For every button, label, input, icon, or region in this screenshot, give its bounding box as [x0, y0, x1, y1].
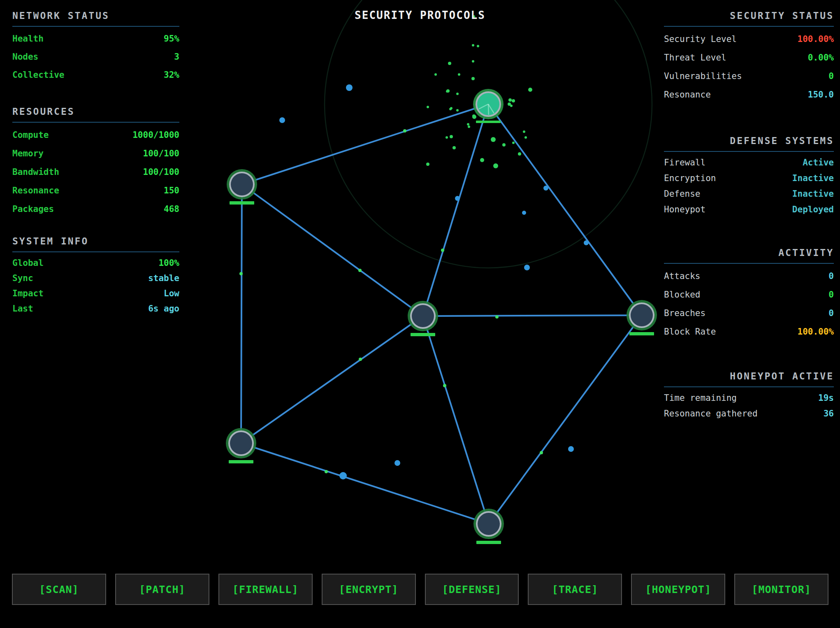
resonance-particle — [472, 44, 474, 47]
stat-row-encryption: EncryptionInactive — [664, 170, 834, 186]
stat-row-compute: Compute1000/1000 — [12, 126, 179, 144]
action-button-patch[interactable]: [PATCH] — [115, 574, 209, 605]
stat-label: Compute — [12, 130, 49, 140]
stat-row-attacks: Attacks0 — [664, 267, 834, 285]
network-edge — [241, 316, 423, 443]
node-left-health-bar — [230, 201, 254, 205]
stat-value: Inactive — [792, 173, 834, 183]
node-right[interactable] — [631, 304, 653, 326]
stat-row-resonance-gathered: Resonance gathered36 — [664, 406, 834, 421]
stat-row-last: Last6s ago — [12, 301, 179, 316]
resonance-particle — [528, 88, 532, 92]
node-bottom-left[interactable] — [230, 432, 252, 454]
stat-row-bandwidth: Bandwidth100/100 — [12, 163, 179, 181]
stat-row-defense: DefenseInactive — [664, 186, 834, 202]
action-button-honeypot[interactable]: [HONEYPOT] — [631, 574, 725, 605]
stat-label: Health — [12, 34, 44, 44]
node-bottom-health-bar — [476, 541, 501, 544]
action-button-monitor[interactable]: [MONITOR] — [734, 574, 828, 605]
stat-row-security-level: Security Level100.00% — [664, 30, 834, 48]
stat-value: 0 — [828, 271, 834, 281]
stat-value: 0 — [828, 71, 834, 81]
resonance-particle — [471, 77, 475, 80]
stat-label: Packages — [12, 204, 54, 214]
stat-row-collective: Collective32% — [12, 66, 179, 84]
stat-row-packages: Packages468 — [12, 200, 179, 218]
stat-label: Vulnerabilities — [664, 71, 742, 81]
resonance-particle — [456, 93, 459, 95]
ambient-dot — [568, 446, 574, 452]
packet-dot — [358, 269, 362, 272]
packet-dot — [403, 129, 406, 133]
stat-value: 6s ago — [148, 304, 179, 314]
stat-label: Last — [12, 304, 33, 314]
stat-row-nodes: Nodes3 — [12, 48, 179, 66]
stat-label: Honeypot — [664, 205, 705, 214]
ambient-dot — [543, 186, 548, 191]
stat-label: Blocked — [664, 290, 701, 300]
ambient-dot — [524, 265, 530, 270]
stat-label: Encryption — [664, 173, 716, 183]
resonance-particle — [456, 109, 459, 112]
stat-value: 0.00% — [808, 53, 834, 63]
stat-row-threat-level: Threat Level0.00% — [664, 48, 834, 67]
resonance-particle — [472, 60, 474, 63]
stat-value: Low — [164, 288, 179, 298]
stat-label: Collective — [12, 70, 64, 80]
stat-value: 32% — [164, 70, 179, 80]
stat-label: Bandwidth — [12, 167, 59, 177]
action-button-encrypt[interactable]: [ENCRYPT] — [322, 574, 416, 605]
section-security-status: SECURITY STATUSSecurity Level100.00%Thre… — [664, 8, 834, 104]
stat-value: 19s — [818, 393, 834, 403]
section-heading: SYSTEM INFO — [12, 234, 179, 252]
stat-value: 100.00% — [797, 34, 834, 44]
right-stats-panel: SECURITY STATUSSecurity Level100.00%Thre… — [664, 8, 834, 421]
stat-label: Breaches — [664, 308, 705, 318]
resonance-particle — [477, 45, 479, 47]
resonance-particle — [450, 135, 453, 138]
network-edge — [242, 104, 488, 184]
resonance-particle — [512, 142, 515, 144]
ambient-dot — [455, 196, 460, 201]
stat-label: Attacks — [664, 271, 701, 281]
node-left[interactable] — [231, 173, 253, 195]
action-button-trace[interactable]: [TRACE] — [528, 574, 622, 605]
network-edge — [241, 443, 489, 524]
packet-dot — [540, 451, 543, 454]
honeypot-node-health-bar — [476, 121, 501, 123]
stat-value: 100% — [158, 258, 179, 268]
stat-label: Resonance — [12, 186, 59, 195]
resonance-particle — [491, 137, 496, 142]
stat-label: Security Level — [664, 34, 737, 44]
action-button-scan[interactable]: [SCAN] — [12, 574, 106, 605]
game-stage: SECURITY PROTOCOLS NETWORK STATUSHealth9… — [0, 0, 840, 628]
stat-value: Inactive — [792, 189, 834, 199]
resonance-particle — [458, 73, 460, 76]
network-edge — [488, 104, 642, 315]
network-edge — [423, 104, 488, 316]
stat-value: 100.00% — [797, 327, 834, 337]
stat-row-block-rate: Block Rate100.00% — [664, 322, 834, 341]
stat-row-blocked: Blocked0 — [664, 285, 834, 304]
stat-row-firewall: FirewallActive — [664, 155, 834, 170]
section-heading: SECURITY STATUS — [664, 8, 834, 27]
resonance-particle — [493, 163, 498, 168]
node-center[interactable] — [412, 305, 434, 327]
resonance-particle — [452, 146, 456, 149]
action-button-defense[interactable]: [DEFENSE] — [425, 574, 519, 605]
section-system-info: SYSTEM INFOGlobal100%SyncstableImpactLow… — [12, 234, 179, 316]
honeypot-radius-ring — [325, 0, 652, 268]
resonance-particle — [468, 126, 470, 128]
resonance-particle — [512, 99, 515, 102]
stat-value: 100/100 — [143, 149, 179, 158]
section-heading: NETWORK STATUS — [12, 8, 179, 27]
left-stats-panel: NETWORK STATUSHealth95%Nodes3Collective3… — [12, 8, 179, 316]
resonance-particle — [508, 98, 512, 102]
stat-value: 0 — [828, 308, 834, 318]
packet-dot — [441, 249, 444, 252]
action-button-firewall[interactable]: [FIREWALL] — [218, 574, 313, 605]
stat-label: Nodes — [12, 52, 38, 62]
packet-dot — [325, 470, 328, 473]
node-bottom[interactable] — [478, 513, 500, 535]
stat-label: Defense — [664, 189, 701, 199]
